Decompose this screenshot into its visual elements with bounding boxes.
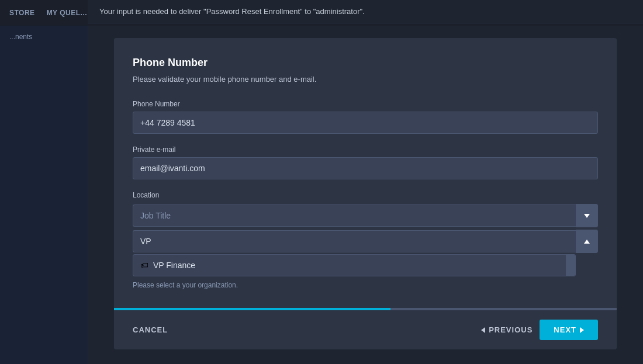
phone-number-group: Phone Number [133,100,598,134]
email-group: Private e-mail [133,145,598,179]
chevron-left-icon [481,327,485,333]
cancel-button[interactable]: CANCEL [133,321,168,339]
modal-container: Phone Number Please validate your mobile… [88,23,643,364]
progress-bar-fill [114,308,390,310]
next-label: NEXT [554,325,576,334]
notification-text: Your input is needed to deliver "Passwor… [99,7,365,16]
phone-label: Phone Number [133,100,598,108]
location-search-input[interactable] [133,230,576,252]
modal-content: Phone Number Please validate your mobile… [114,38,617,289]
arrow-up-icon [584,240,590,244]
phone-input[interactable] [133,112,598,134]
job-title-dropdown-button[interactable] [576,204,598,227]
dropdown-scrollbar[interactable] [566,255,575,276]
email-label: Private e-mail [133,145,598,154]
search-row [133,230,598,253]
previous-label: PREVIOUS [489,325,533,334]
notification-banner: Your input is needed to deliver "Passwor… [88,0,643,23]
modal-footer: CANCEL PREVIOUS NEXT [114,310,617,349]
chevron-down-icon [584,214,590,218]
job-title-field: Job Title [133,204,576,227]
nav-queue[interactable]: MY QUEL... [47,9,87,17]
suggestion-label: VP Finance [153,261,195,270]
org-placeholder-text: Please select a your organization. [133,281,598,289]
sidebar-item-1: ...nents [0,26,88,48]
suggestion-tag-icon: 🏷 [140,261,148,270]
chevron-right-icon [580,327,584,333]
suggestion-item[interactable]: 🏷 VP Finance [133,254,576,276]
sidebar: ...nents [0,26,88,364]
next-button[interactable]: NEXT [540,320,598,340]
nav-store[interactable]: STORE [9,9,35,17]
modal-subtitle: Please validate your mobile phone number… [133,75,598,84]
modal-box: Phone Number Please validate your mobile… [114,38,617,349]
search-up-button[interactable] [576,230,598,253]
progress-bar-empty [390,308,617,310]
location-section: Location Job Title [133,191,598,289]
email-input[interactable] [133,157,598,179]
navigation-buttons: PREVIOUS NEXT [481,320,598,340]
previous-button[interactable]: PREVIOUS [481,325,533,334]
progress-bar-container [114,308,617,310]
modal-title: Phone Number [133,57,598,69]
location-label: Location [133,191,598,199]
job-title-row: Job Title [133,204,598,227]
